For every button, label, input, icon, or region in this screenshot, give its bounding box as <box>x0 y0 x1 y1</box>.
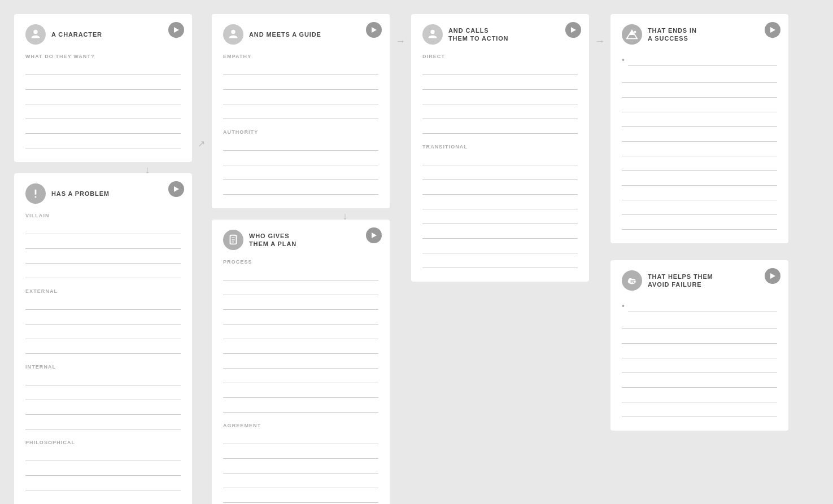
direct-input-4[interactable] <box>422 107 578 119</box>
internal-input-1[interactable] <box>25 373 181 385</box>
success-input-11[interactable] <box>622 203 777 215</box>
transitional-input-4[interactable] <box>422 197 578 209</box>
page: A CHARACTER WHAT DO THEY WANT? ↓ <box>8 8 825 504</box>
transitional-label: TRANSITIONAL <box>422 144 578 150</box>
success-input-6[interactable] <box>622 129 777 142</box>
process-input-3[interactable] <box>223 297 378 310</box>
character-input-5[interactable] <box>25 121 181 134</box>
direct-input-1[interactable] <box>422 63 578 75</box>
philosophical-input-4[interactable] <box>25 493 181 504</box>
success-card-header: THAT ENDS IN A SUCCESS <box>622 24 777 45</box>
success-input-7[interactable] <box>622 144 777 156</box>
plan-play-btn[interactable] <box>366 227 382 243</box>
character-input-1[interactable] <box>25 63 181 75</box>
empathy-input-4[interactable] <box>223 107 378 119</box>
internal-input-4[interactable] <box>25 417 181 430</box>
process-input-2[interactable] <box>223 283 378 295</box>
external-input-2[interactable] <box>25 312 181 325</box>
agreement-input-2[interactable] <box>223 446 378 459</box>
process-input-7[interactable] <box>223 356 378 369</box>
character-input-6[interactable] <box>25 136 181 148</box>
problem-card-header: HAS A PROBLEM <box>25 183 181 204</box>
philosophical-input-1[interactable] <box>25 449 181 461</box>
h-arrow-col2-col3: → <box>395 8 405 47</box>
process-input-5[interactable] <box>223 327 378 339</box>
success-input-8[interactable] <box>622 159 777 171</box>
empathy-input-1[interactable] <box>223 63 378 75</box>
villain-input-3[interactable] <box>25 251 181 264</box>
process-input-4[interactable] <box>223 312 378 325</box>
failure-input-5[interactable] <box>622 361 777 373</box>
failure-title-line1: THAT HELPS THEM <box>648 273 713 281</box>
direct-input-5[interactable] <box>422 121 578 134</box>
character-play-btn[interactable] <box>168 22 184 38</box>
process-input-1[interactable] <box>223 268 378 281</box>
problem-play-btn[interactable] <box>168 181 184 197</box>
external-input-1[interactable] <box>25 297 181 310</box>
process-input-9[interactable] <box>223 385 378 398</box>
success-input-3[interactable] <box>622 85 777 98</box>
transitional-input-1[interactable] <box>422 153 578 165</box>
svg-text:INT: INT <box>630 279 636 283</box>
failure-input-8[interactable] <box>622 405 777 417</box>
transitional-input-2[interactable] <box>422 168 578 180</box>
agreement-input-1[interactable] <box>223 432 378 444</box>
empathy-input-2[interactable] <box>223 77 378 90</box>
direct-input-3[interactable] <box>422 92 578 104</box>
failure-input-3[interactable] <box>622 331 777 344</box>
external-input-4[interactable] <box>25 341 181 354</box>
agreement-input-5[interactable] <box>223 490 378 503</box>
authority-input-2[interactable] <box>223 153 378 165</box>
col3: AND CALLS THEM TO ACTION DIRECT TRANSITI… <box>405 8 595 287</box>
philosophical-input-3[interactable] <box>25 478 181 490</box>
col2-down-arrow: ↓ <box>295 208 395 220</box>
failure-input-1[interactable] <box>628 300 777 312</box>
transitional-input-6[interactable] <box>422 226 578 239</box>
agreement-label: AGREEMENT <box>223 423 378 428</box>
guide-play-btn[interactable] <box>366 22 382 38</box>
success-input-5[interactable] <box>622 115 777 127</box>
empathy-input-3[interactable] <box>223 92 378 104</box>
authority-input-4[interactable] <box>223 182 378 195</box>
authority-input-3[interactable] <box>223 168 378 180</box>
philosophical-input-2[interactable] <box>25 463 181 476</box>
transitional-input-8[interactable] <box>422 256 578 268</box>
agreement-input-4[interactable] <box>223 476 378 488</box>
process-input-6[interactable] <box>223 341 378 354</box>
success-input-1[interactable] <box>628 54 777 66</box>
transitional-input-7[interactable] <box>422 241 578 253</box>
failure-input-2[interactable] <box>622 317 777 329</box>
success-input-4[interactable] <box>622 100 777 112</box>
success-input-10[interactable] <box>622 188 777 200</box>
villain-input-2[interactable] <box>25 236 181 249</box>
success-input-12[interactable] <box>622 217 777 230</box>
failure-input-4[interactable] <box>622 346 777 358</box>
success-input-9[interactable] <box>622 173 777 186</box>
failure-play-btn[interactable] <box>765 268 780 284</box>
agreement-input-3[interactable] <box>223 461 378 474</box>
process-input-10[interactable] <box>223 400 378 413</box>
character-input-2[interactable] <box>25 77 181 90</box>
authority-input-1[interactable] <box>223 138 378 151</box>
character-input-3[interactable] <box>25 92 181 104</box>
external-input-3[interactable] <box>25 327 181 339</box>
transitional-input-3[interactable] <box>422 182 578 195</box>
success-input-2[interactable] <box>622 71 777 83</box>
direct-input-2[interactable] <box>422 77 578 90</box>
svg-marker-13 <box>571 27 576 33</box>
process-input-8[interactable] <box>223 371 378 383</box>
character-input-4[interactable] <box>25 107 181 119</box>
transitional-input-5[interactable] <box>422 212 578 224</box>
svg-rect-2 <box>35 190 37 195</box>
failure-input-6[interactable] <box>622 375 777 388</box>
problem-card: HAS A PROBLEM VILLAIN EXTERNAL INTERNAL <box>14 173 192 504</box>
action-play-btn[interactable] <box>565 22 581 38</box>
internal-input-3[interactable] <box>25 402 181 415</box>
failure-card-header: INT THAT HELPS THEM AVOID FAILURE <box>622 270 777 291</box>
failure-input-7[interactable] <box>622 390 777 402</box>
failure-icon: INT <box>622 270 642 291</box>
success-play-btn[interactable] <box>765 22 780 38</box>
villain-input-1[interactable] <box>25 222 181 234</box>
internal-input-2[interactable] <box>25 388 181 400</box>
villain-input-4[interactable] <box>25 266 181 278</box>
